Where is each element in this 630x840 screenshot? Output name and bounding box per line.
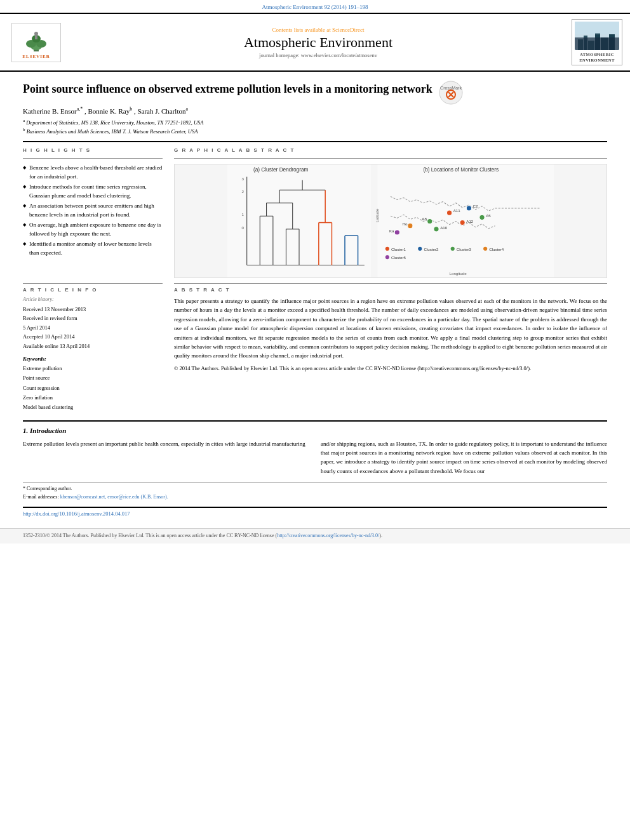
- svg-point-56: [427, 218, 432, 223]
- svg-text:Ka: Ka: [389, 229, 394, 233]
- svg-point-72: [385, 255, 389, 259]
- svg-text:A11: A11: [453, 208, 461, 213]
- email-link[interactable]: kbensor@comcast.net, ensor@rice.edu (K.B…: [60, 494, 168, 500]
- intro-divider: [23, 420, 607, 422]
- email-line: E-mail addresses: kbensor@comcast.net, e…: [23, 493, 607, 502]
- svg-text:A5: A5: [486, 213, 491, 218]
- highlight-item: Identified a monitor anomaly of lower be…: [23, 240, 163, 257]
- main-content: Point source influence on observed extre…: [0, 72, 630, 523]
- keyword-item: Zero inflation: [23, 393, 163, 403]
- highlights-column: H I G H L I G H T S Benzene levels above…: [23, 147, 163, 278]
- svg-text:3: 3: [241, 177, 244, 181]
- svg-text:2: 2: [241, 189, 244, 194]
- svg-point-15: [439, 81, 462, 104]
- svg-rect-11: [595, 33, 600, 50]
- svg-point-50: [466, 206, 471, 211]
- divider-main: [23, 141, 607, 142]
- highlight-item: An association between point source emit…: [23, 202, 163, 219]
- intro-heading: 1. Introduction: [23, 427, 607, 434]
- highlights-divider: [23, 158, 163, 159]
- crossmark-badge[interactable]: CrossMark: [439, 81, 463, 106]
- page-footer: 1352-2310/© 2014 The Authors. Published …: [0, 528, 630, 543]
- svg-text:Cluster3: Cluster3: [457, 247, 471, 251]
- article-history-label: Article history:: [23, 297, 163, 302]
- elsevier-text: ELSEVIER: [16, 54, 57, 59]
- highlights-list: Benzene levels above a health-based thre…: [23, 164, 163, 257]
- svg-text:A10: A10: [440, 225, 448, 230]
- article-info-abstract-section: A R T I C L E I N F O Article history: R…: [23, 283, 607, 413]
- graphical-abstract-svg: (a) Cluster Dendrogram: [175, 164, 607, 278]
- svg-point-68: [451, 247, 455, 251]
- highlight-item: Introduce methods for count time series …: [23, 183, 163, 200]
- graphical-abstract-image: (a) Cluster Dendrogram: [174, 164, 607, 278]
- elsevier-logo-box: ELSEVIER: [11, 23, 61, 62]
- crossmark-icon: CrossMark: [439, 81, 463, 105]
- elsevier-logo-area: ELSEVIER: [8, 23, 65, 62]
- svg-text:CrossMark: CrossMark: [440, 86, 462, 90]
- svg-point-64: [385, 247, 389, 251]
- atm-env-logo: ATMOSPHERIC ENVIRONMENT: [572, 19, 622, 65]
- keywords-heading: Keywords:: [23, 356, 163, 362]
- abstract-copyright: © 2014 The Authors. Published by Elsevie…: [174, 364, 607, 373]
- abstract-heading: A B S T R A C T: [174, 287, 607, 293]
- highlights-heading: H I G H L I G H T S: [23, 147, 163, 153]
- keyword-item: Point source: [23, 373, 163, 383]
- intro-right-col: and/or shipping regions, such as Houston…: [321, 439, 607, 476]
- doi-link[interactable]: http://dx.doi.org/10.1016/j.atmosenv.201…: [23, 510, 130, 517]
- keyword-item: Model based clustering: [23, 403, 163, 412]
- svg-text:Ho: Ho: [403, 222, 408, 226]
- svg-text:(b) Locations of Monitor Clust: (b) Locations of Monitor Clusters: [423, 167, 499, 173]
- intro-two-col: Extreme pollution levels present an impo…: [23, 439, 607, 476]
- svg-point-58: [434, 227, 439, 232]
- svg-point-54: [479, 215, 485, 220]
- svg-rect-8: [578, 39, 583, 50]
- atm-env-skyline-icon: [575, 22, 619, 50]
- article-dates: Received 13 November 2013 Received in re…: [23, 305, 163, 350]
- panel-a-label: (a) Cluster Dendrogram: [253, 167, 308, 173]
- svg-rect-12: [601, 37, 608, 50]
- sciencedirect-label[interactable]: ScienceDirect: [332, 27, 364, 33]
- highlights-graphical-section: H I G H L I G H T S Benzene levels above…: [23, 147, 607, 278]
- authors-line: Katherine B. Ensora,* , Bonnie K. Rayb ,…: [23, 106, 607, 115]
- svg-text:Cluster4: Cluster4: [489, 247, 504, 251]
- footer-license-link[interactable]: http://creativecommons.org/licenses/by-n…: [277, 533, 379, 538]
- svg-text:0: 0: [241, 225, 244, 230]
- svg-rect-9: [584, 36, 587, 50]
- svg-rect-14: [575, 22, 619, 34]
- svg-text:Cluster1: Cluster1: [391, 247, 406, 251]
- svg-point-60: [408, 223, 413, 229]
- doi-bar: http://dx.doi.org/10.1016/j.atmosenv.201…: [23, 507, 607, 517]
- article-info-heading: A R T I C L E I N F O: [23, 287, 163, 293]
- highlight-item: On average, high ambient exposure to ben…: [23, 221, 163, 238]
- svg-text:A12: A12: [466, 219, 474, 223]
- graphical-abstract-column: G R A P H I C A L A B S T R A C T (a) Cl…: [174, 147, 607, 278]
- intro-left-col: Extreme pollution levels present an impo…: [23, 439, 309, 476]
- svg-text:A8: A8: [422, 217, 427, 221]
- svg-text:Cluster2: Cluster2: [424, 247, 438, 251]
- abstract-text: This paper presents a strategy to quanti…: [174, 297, 607, 361]
- homepage-label: journal homepage: www.elsevier.com/locat…: [71, 52, 565, 58]
- journal-title: Atmospheric Environment: [71, 34, 565, 51]
- svg-point-48: [446, 210, 452, 215]
- svg-point-5: [34, 32, 38, 36]
- svg-text:1: 1: [241, 212, 244, 217]
- introduction-section: 1. Introduction Extreme pollution levels…: [23, 420, 607, 517]
- atm-env-image: [575, 22, 619, 50]
- graphical-abstract-divider: [174, 158, 607, 159]
- keywords-list: Extreme pollution Point source Count reg…: [23, 364, 163, 412]
- abstract-column: A B S T R A C T This paper presents a st…: [174, 283, 607, 413]
- keyword-item: Count regression: [23, 383, 163, 393]
- highlight-item: Benzene levels above a health-based thre…: [23, 164, 163, 181]
- keyword-item: Extreme pollution: [23, 364, 163, 373]
- journal-link[interactable]: Atmospheric Environment 92 (2014) 191–19…: [262, 4, 368, 10]
- svg-text:Cluster5: Cluster5: [391, 255, 406, 260]
- svg-point-66: [418, 247, 422, 251]
- atm-env-label: ATMOSPHERIC ENVIRONMENT: [574, 51, 620, 63]
- article-info-column: A R T I C L E I N F O Article history: R…: [23, 283, 163, 413]
- svg-point-70: [483, 247, 487, 251]
- sciencedirect-line: Contents lists available at ScienceDirec…: [71, 27, 565, 33]
- svg-point-62: [394, 230, 399, 235]
- corresponding-author-note: * Corresponding author.: [23, 485, 607, 493]
- svg-point-52: [460, 220, 465, 225]
- journal-header: ELSEVIER Contents lists available at Sci…: [0, 13, 630, 72]
